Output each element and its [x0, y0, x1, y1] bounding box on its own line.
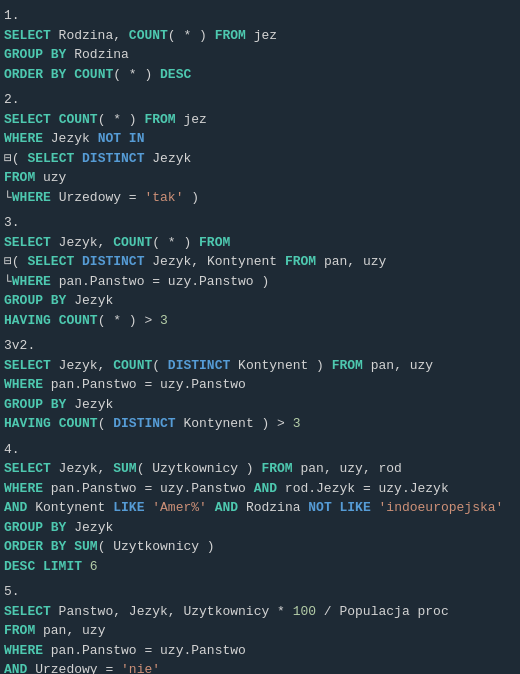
- code-line: SELECT Jezyk, SUM( Uzytkownicy ) FROM pa…: [4, 459, 516, 479]
- section-number-2: 2.: [4, 90, 516, 110]
- section-number-4: 3v2.: [4, 336, 516, 356]
- code-line: WHERE Jezyk NOT IN: [4, 129, 516, 149]
- code-line: ORDER BY SUM( Uzytkownicy ): [4, 537, 516, 557]
- code-line: ORDER BY COUNT( * ) DESC: [4, 65, 516, 85]
- code-line: WHERE pan.Panstwo = uzy.Panstwo AND rod.…: [4, 479, 516, 499]
- code-line: SELECT COUNT( * ) FROM jez: [4, 110, 516, 130]
- code-line: GROUP BY Jezyk: [4, 395, 516, 415]
- code-container: 1.SELECT Rodzina, COUNT( * ) FROM jezGRO…: [0, 0, 520, 674]
- code-line: ⊟( SELECT DISTINCT Jezyk, Kontynent FROM…: [4, 252, 516, 272]
- code-line: SELECT Jezyk, COUNT( * ) FROM: [4, 233, 516, 253]
- section-number-3: 3.: [4, 213, 516, 233]
- code-line: GROUP BY Jezyk: [4, 518, 516, 538]
- section-number-1: 1.: [4, 6, 516, 26]
- code-line: SELECT Rodzina, COUNT( * ) FROM jez: [4, 26, 516, 46]
- code-line: ⊟( SELECT DISTINCT Jezyk: [4, 149, 516, 169]
- code-line: WHERE pan.Panstwo = uzy.Panstwo: [4, 641, 516, 661]
- code-line: GROUP BY Rodzina: [4, 45, 516, 65]
- code-line: AND Urzedowy = 'nie': [4, 660, 516, 674]
- code-line: HAVING COUNT( * ) > 3: [4, 311, 516, 331]
- code-line: HAVING COUNT( DISTINCT Kontynent ) > 3: [4, 414, 516, 434]
- code-line: DESC LIMIT 6: [4, 557, 516, 577]
- code-line: WHERE pan.Panstwo = uzy.Panstwo: [4, 375, 516, 395]
- code-line: AND Kontynent LIKE 'Amer%' AND Rodzina N…: [4, 498, 516, 518]
- code-line: SELECT Jezyk, COUNT( DISTINCT Kontynent …: [4, 356, 516, 376]
- section-number-6: 5.: [4, 582, 516, 602]
- code-line: └WHERE Urzedowy = 'tak' ): [4, 188, 516, 208]
- code-line: FROM pan, uzy: [4, 621, 516, 641]
- section-number-5: 4.: [4, 440, 516, 460]
- code-line: SELECT Panstwo, Jezyk, Uzytkownicy * 100…: [4, 602, 516, 622]
- code-line: FROM uzy: [4, 168, 516, 188]
- code-line: GROUP BY Jezyk: [4, 291, 516, 311]
- code-line: └WHERE pan.Panstwo = uzy.Panstwo ): [4, 272, 516, 292]
